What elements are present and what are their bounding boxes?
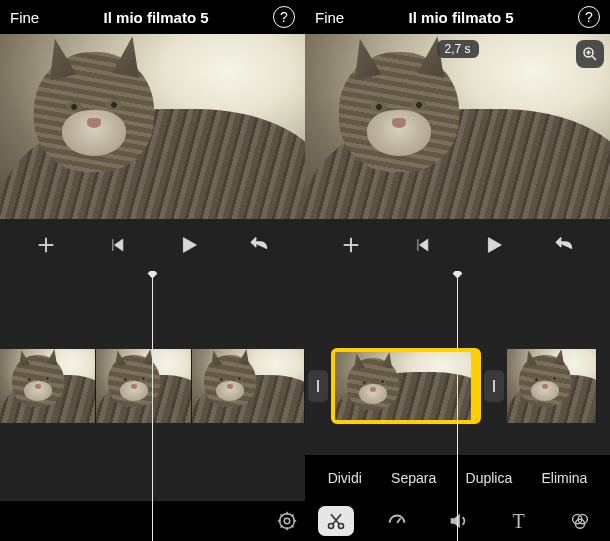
svg-line-24	[397, 518, 401, 523]
clip[interactable]	[192, 349, 305, 423]
undo-button[interactable]	[548, 229, 580, 261]
project-title: Il mio filmato 5	[344, 9, 578, 26]
text-tool[interactable]: T	[501, 506, 537, 536]
project-title: Il mio filmato 5	[39, 9, 273, 26]
clip[interactable]	[0, 349, 96, 423]
svg-line-13	[592, 56, 596, 60]
right-panel: Fine Il mio filmato 5 ? 2,7 s	[305, 0, 610, 541]
skip-start-button[interactable]	[406, 229, 438, 261]
svg-line-23	[331, 514, 339, 524]
action-delete[interactable]: Elimina	[541, 470, 587, 486]
clip-selected[interactable]	[331, 348, 481, 424]
transport-bar	[305, 219, 610, 271]
undo-button[interactable]	[243, 229, 275, 261]
playhead[interactable]	[152, 271, 153, 541]
action-detach[interactable]: Separa	[391, 470, 436, 486]
help-button[interactable]: ?	[273, 6, 295, 28]
action-duplicate[interactable]: Duplica	[466, 470, 513, 486]
video-preview[interactable]	[0, 34, 305, 219]
transition-button[interactable]	[308, 370, 328, 402]
svg-rect-18	[317, 380, 319, 392]
add-media-button[interactable]	[30, 229, 62, 261]
skip-start-button[interactable]	[101, 229, 133, 261]
playhead[interactable]	[457, 271, 458, 541]
help-button[interactable]: ?	[578, 6, 600, 28]
play-button[interactable]	[172, 229, 204, 261]
clip[interactable]	[96, 349, 192, 423]
add-media-button[interactable]	[335, 229, 367, 261]
video-preview[interactable]: 2,7 s	[305, 34, 610, 219]
done-button[interactable]: Fine	[315, 9, 344, 26]
svg-line-22	[332, 514, 340, 524]
action-split[interactable]: Dividi	[328, 470, 362, 486]
duration-badge: 2,7 s	[436, 40, 478, 58]
done-button[interactable]: Fine	[10, 9, 39, 26]
settings-button[interactable]	[269, 506, 305, 536]
left-panel: Fine Il mio filmato 5 ?	[0, 0, 305, 541]
zoom-button[interactable]	[576, 40, 604, 68]
svg-rect-19	[493, 380, 495, 392]
navbar: Fine Il mio filmato 5 ?	[305, 0, 610, 34]
svg-point-3	[284, 518, 290, 524]
filters-tool[interactable]	[562, 506, 598, 536]
navbar: Fine Il mio filmato 5 ?	[0, 0, 305, 34]
play-button[interactable]	[477, 229, 509, 261]
text-icon: T	[512, 510, 524, 533]
transition-button[interactable]	[484, 370, 504, 402]
transport-bar	[0, 219, 305, 271]
cut-tool[interactable]	[318, 506, 354, 536]
clip[interactable]	[507, 349, 597, 423]
speed-tool[interactable]	[379, 506, 415, 536]
